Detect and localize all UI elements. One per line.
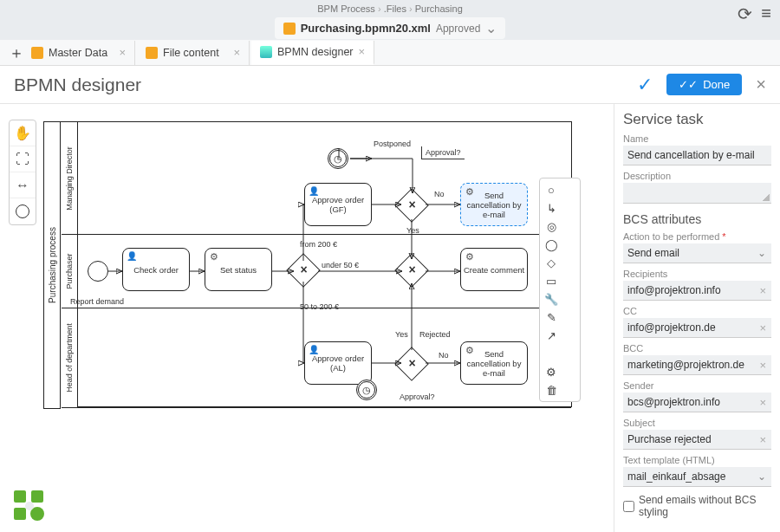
svg-rect-14 [14, 508, 26, 520]
action-label: Action to be performed [623, 231, 771, 242]
action-select[interactable]: Send email [623, 243, 771, 263]
description-input[interactable] [623, 183, 771, 204]
create-start-event[interactable] [10, 198, 36, 224]
edge-label: Approval? [400, 393, 435, 401]
master-data-icon [31, 47, 43, 59]
tab-file-content[interactable]: File content × [137, 41, 250, 65]
edge-label: under 50 € [322, 261, 359, 269]
timer-event-bot[interactable]: ◷ [356, 380, 377, 400]
edge-label: 50 to 200 € [300, 302, 339, 311]
close-designer-icon[interactable]: × [756, 75, 766, 94]
svg-point-16 [25, 502, 34, 510]
recipients-input[interactable]: info@projektron.info× [623, 281, 771, 301]
edge-label: Report demand [70, 297, 124, 306]
lane-label: Head of department [61, 308, 78, 407]
svg-rect-13 [31, 490, 43, 503]
sender-input[interactable]: bcs@projektron.info× [623, 393, 771, 412]
task-send-cancel-bot[interactable]: Send cancellation by e-mail [460, 341, 528, 385]
edge-label: Rejected [419, 330, 451, 339]
page-title: BPMN designer [14, 75, 141, 95]
clear-icon[interactable]: × [759, 396, 766, 409]
menu-icon[interactable]: ≡ [761, 3, 771, 24]
cc-input[interactable]: info@projektron.de× [623, 318, 771, 338]
context-palette: ○ ↳ ◎ ◯ ◇ ▭ 🔧 ✎ ↗ ⚙ 🗑 [539, 178, 581, 402]
task-approve-al[interactable]: Approve order (AL) [304, 341, 372, 385]
validate-icon[interactable]: ✓ [637, 74, 653, 96]
done-button[interactable]: ✓✓ Done [666, 74, 742, 95]
bcc-input[interactable]: marketing@projektron.de× [623, 355, 771, 375]
tab-master-data[interactable]: Master Data × [23, 41, 135, 65]
refresh-icon[interactable]: ⟳ [738, 3, 752, 24]
chevron-down-icon[interactable]: ⌄ [485, 20, 497, 36]
annotation[interactable]: ✎ [543, 309, 559, 325]
properties-panel: Service task Name Send cancellation by e… [614, 104, 780, 532]
breadcrumb[interactable]: BPM Process.FilesPurchasing [317, 3, 463, 14]
recipients-label: Recipients [623, 269, 771, 279]
tab-bar: ＋ Master Data × File content × BPMN desi… [0, 40, 780, 66]
file-name: Purchasing.bpmn20.xml [301, 22, 431, 35]
edge-label: from 200 € [300, 240, 337, 249]
service-task-icon [465, 345, 475, 355]
sender-label: Sender [623, 380, 771, 391]
template-select[interactable]: mail_einkauf_absage [623, 467, 771, 487]
lane-label: Managing Director [61, 122, 78, 234]
append-gateway[interactable]: ◇ [543, 255, 559, 270]
tab-label: BPMN designer [277, 46, 354, 58]
clear-icon[interactable]: × [759, 284, 766, 297]
append-start-event[interactable]: ○ [543, 182, 559, 198]
start-event[interactable] [88, 261, 108, 282]
done-check-icon: ✓✓ [679, 78, 698, 91]
task-set-status[interactable]: Set status [205, 248, 272, 291]
connect[interactable]: ↗ [543, 328, 559, 343]
no-styling-checkbox[interactable] [623, 501, 634, 512]
tab-label: File content [163, 47, 219, 59]
append-task[interactable]: ▭ [543, 273, 559, 289]
clear-icon[interactable]: × [759, 359, 766, 372]
file-type-icon [283, 23, 296, 35]
task-check-order[interactable]: Check order [122, 248, 190, 291]
service-task-icon [465, 186, 475, 197]
add-tab-button[interactable]: ＋ [3, 42, 21, 63]
pool-label: Purchasing process [43, 121, 61, 409]
bcs-attributes-title: BCS attributes [623, 212, 771, 226]
delete-icon[interactable]: 🗑 [543, 382, 559, 398]
close-icon[interactable]: × [359, 45, 366, 58]
name-input[interactable]: Send cancellation by e-mail [623, 146, 771, 165]
done-label: Done [703, 78, 730, 91]
subject-label: Subject [623, 418, 771, 428]
task-approve-gf[interactable]: Approve order (GF) [304, 183, 372, 226]
task-send-cancel-top[interactable]: Send cancellation by e-mail [460, 183, 528, 226]
bpmn-icon [260, 46, 272, 58]
service-task-icon [465, 251, 475, 262]
pool-purchasing-process[interactable]: Purchasing process Managing Director Pur… [43, 121, 572, 407]
cc-label: CC [623, 306, 771, 316]
clear-icon[interactable]: × [759, 433, 766, 446]
append-intermediate[interactable]: ◎ [543, 218, 559, 234]
description-label: Description [623, 171, 771, 181]
hand-tool[interactable]: ✋ [10, 120, 36, 146]
subject-input[interactable]: Purchase rejected× [623, 430, 771, 450]
space-tool[interactable]: ↔ [10, 172, 36, 198]
tab-bpmn-designer[interactable]: BPMN designer × [251, 41, 374, 65]
panel-title: Service task [623, 111, 771, 128]
clear-icon[interactable]: × [759, 321, 766, 334]
task-create-comment[interactable]: Create comment [460, 248, 528, 291]
append-end-event[interactable]: ◯ [543, 237, 559, 252]
close-icon[interactable]: × [119, 46, 126, 59]
change-type[interactable]: 🔧 [543, 291, 559, 307]
file-header[interactable]: Purchasing.bpmn20.xml Approved ⌄ [275, 17, 506, 39]
tool-palette: ✋ ⛶ ↔ [9, 120, 36, 225]
edge-label: No [439, 351, 449, 360]
lasso-tool[interactable]: ⛶ [10, 146, 36, 172]
timer-event-top[interactable]: ◷ [328, 148, 348, 169]
close-icon[interactable]: × [233, 46, 240, 59]
file-status: Approved [436, 23, 480, 35]
svg-rect-12 [14, 490, 26, 503]
append-flow[interactable]: ↳ [543, 200, 559, 216]
user-task-icon [309, 186, 319, 197]
edge-label: Approval? [421, 146, 465, 159]
service-task-icon [209, 251, 219, 262]
settings-icon[interactable]: ⚙ [543, 364, 559, 380]
bpmn-canvas[interactable]: ✋ ⛶ ↔ Purchasing process Managing Direct… [0, 104, 615, 532]
template-label: Text template (HTML) [623, 455, 771, 465]
